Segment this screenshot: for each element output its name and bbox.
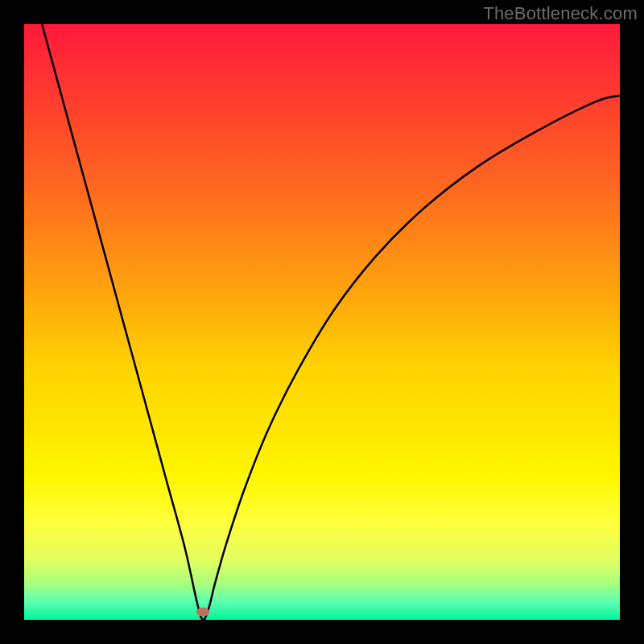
chart-frame: TheBottleneck.com [0, 0, 644, 644]
curve-svg [24, 24, 620, 620]
minimum-marker [196, 607, 209, 616]
watermark-text: TheBottleneck.com [483, 3, 638, 24]
plot-area [24, 24, 620, 620]
bottleneck-curve [42, 24, 620, 620]
